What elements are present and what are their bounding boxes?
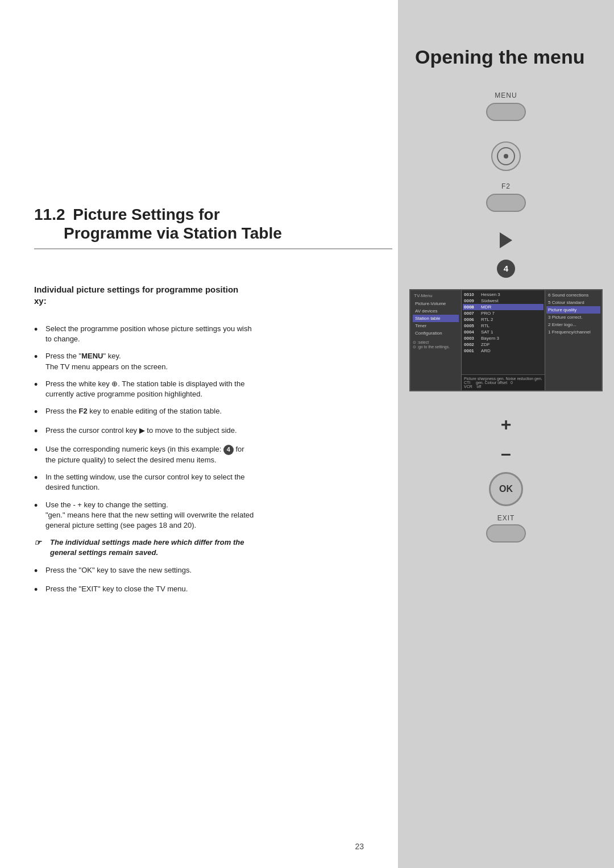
tv-screen: TV-Menu Picture-Volume AV devices Statio… xyxy=(409,289,603,391)
bullet-2: • Press the "MENU" key.The TV menu appea… xyxy=(34,351,256,372)
minus-symbol[interactable]: – xyxy=(501,443,511,464)
channel-row: 0009Südwest xyxy=(463,298,544,304)
bullet-6-text: Use the corresponding numeric keys (in t… xyxy=(45,444,256,465)
tv-right-menu: 6 Sound corrections 5 Colour standard Pi… xyxy=(545,290,601,390)
menu-label: MENU xyxy=(495,91,517,99)
number-4-badge: 4 xyxy=(497,260,515,278)
exit-section: EXIT xyxy=(486,514,526,542)
channel-row-highlighted: 0008MDR xyxy=(463,304,544,310)
menu-button[interactable] xyxy=(486,103,526,121)
bullet-4: • Press the F2 key to enable editing of … xyxy=(34,406,256,419)
opening-menu-heading: Opening the menu xyxy=(415,45,597,69)
plus-symbol[interactable]: + xyxy=(501,414,512,435)
channel-row: 0004SAT 1 xyxy=(463,329,544,335)
bullet-3-text: Press the white key ⊕. The station table… xyxy=(45,379,256,399)
bullet-1: • Select the programme position whose pi… xyxy=(34,324,256,344)
tv-menu-title: TV-Menu xyxy=(413,293,459,299)
section-title-line1: 11.2 Picture Settings for xyxy=(34,205,392,224)
tv-right-picture-correct: 3 Picture correct. xyxy=(546,314,600,321)
tv-menu-station-table: Station table xyxy=(413,315,459,322)
tv-channel-list: 0010Hessen 3 0009Südwest 0008MDR 0007PRO… xyxy=(462,290,545,390)
bullet-list: • Select the programme position whose pi… xyxy=(34,324,256,603)
tv-right-sound: 6 Sound corrections xyxy=(546,291,600,299)
remote-section: MENU F2 4 xyxy=(398,91,614,289)
tv-goto-hint: ⊙ :go to the settings. xyxy=(413,345,459,349)
exit-button[interactable] xyxy=(486,524,526,542)
tv-right-enter-logo: 2 Enter logo... xyxy=(546,321,600,328)
tv-select-hint: ⊙ :select xyxy=(413,340,459,345)
bullet-8: • Use the - + key to change the setting.… xyxy=(34,500,256,531)
bullet-4-text: Press the F2 key to enable editing of th… xyxy=(45,406,256,416)
section-heading-area: 11.2 Picture Settings for Programme via … xyxy=(34,205,392,249)
section-title-text1: Picture Settings for xyxy=(73,206,219,223)
ok-button[interactable]: OK xyxy=(489,472,523,506)
note-text: The individual settings made here which … xyxy=(50,537,256,558)
bullet-7-text: In the setting window, use the cursor co… xyxy=(45,472,256,493)
section-title-line2: Programme via Station Table xyxy=(34,224,392,243)
joystick-dot xyxy=(504,154,508,158)
play-button[interactable] xyxy=(500,232,512,248)
page-number: 23 xyxy=(355,842,364,851)
bullet-9: • Press the "OK" key to save the new set… xyxy=(34,565,256,578)
bullet-2-text: Press the "MENU" key.The TV menu appears… xyxy=(45,351,256,372)
tv-right-picture-quality: Picture quality xyxy=(546,306,600,314)
bullet-1-text: Select the programme position whose pict… xyxy=(45,324,256,344)
bullet-10-text: Press the "EXIT" key to close the TV men… xyxy=(45,584,256,594)
tv-menu-av-devices: AV devices xyxy=(413,307,459,315)
channel-row: 0001ARD xyxy=(463,348,544,354)
tv-left-menu: TV-Menu Picture-Volume AV devices Statio… xyxy=(410,290,462,390)
f2-button[interactable] xyxy=(486,194,526,212)
tv-right-colour-std: 5 Colour standard xyxy=(546,299,600,306)
tv-bottom-bar: Picture sharpness gen. Noise reduction g… xyxy=(462,374,545,390)
subheading-area: Individual picture settings for programm… xyxy=(34,284,250,307)
right-column: Opening the menu MENU F2 4 xyxy=(398,0,614,868)
channel-row: 0006RTL 2 xyxy=(463,316,544,323)
bullet-5: • Press the cursor control key ▶ to move… xyxy=(34,425,256,438)
bullet-10: • Press the "EXIT" key to close the TV m… xyxy=(34,584,256,596)
subheading-text: Individual picture settings for programm… xyxy=(34,284,250,307)
channel-row: 0003Bayern 3 xyxy=(463,335,544,341)
channel-row: 0007PRO 7 xyxy=(463,310,544,316)
joystick-button[interactable] xyxy=(491,141,521,171)
note-item: ☞ The individual settings made here whic… xyxy=(34,537,256,558)
tv-menu-timer: Timer xyxy=(413,322,459,329)
page-container: Opening the menu MENU F2 4 xyxy=(0,0,614,868)
channel-row: 0002ZDF xyxy=(463,341,544,348)
channel-row: 0010Hessen 3 xyxy=(463,291,544,298)
tv-menu-picture-volume: Picture-Volume xyxy=(413,300,459,307)
note-icon: ☞ xyxy=(34,537,48,549)
bullet-5-text: Press the cursor control key ▶ to move t… xyxy=(45,425,256,436)
bullet-3: • Press the white key ⊕. The station tab… xyxy=(34,379,256,399)
bullet-6: • Use the corresponding numeric keys (in… xyxy=(34,444,256,465)
tv-right-freq: 1 Frequency/channel xyxy=(546,328,600,336)
bullet-9-text: Press the "OK" key to save the new setti… xyxy=(45,565,256,575)
bottom-remote-section: + – OK EXIT xyxy=(486,414,526,542)
exit-label: EXIT xyxy=(497,514,515,522)
bullet-7: • In the setting window, use the cursor … xyxy=(34,472,256,493)
tv-menu-config: Configuration xyxy=(413,329,459,337)
f2-label: F2 xyxy=(501,182,511,190)
bullet-8-text: Use the - + key to change the setting. "… xyxy=(45,500,256,531)
joystick-inner xyxy=(497,147,515,165)
channel-row: 0005RTL xyxy=(463,323,544,329)
